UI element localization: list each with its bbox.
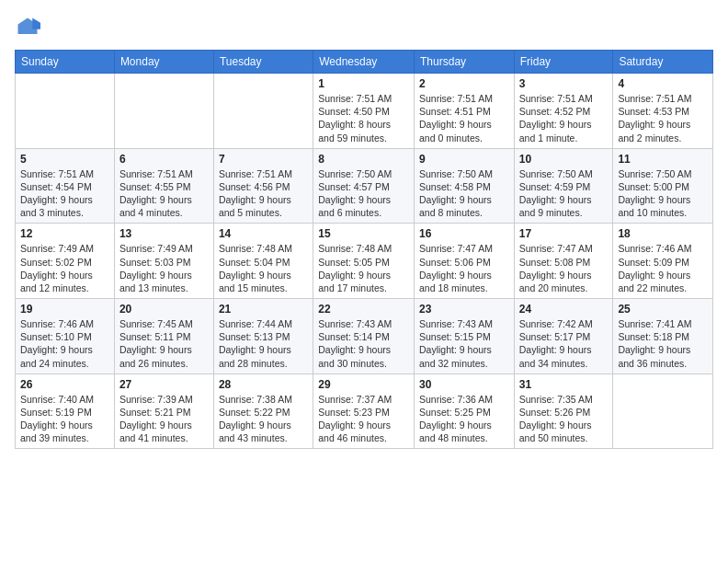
day-info: Sunrise: 7:37 AM Sunset: 5:23 PM Dayligh… <box>318 393 409 445</box>
day-info: Sunrise: 7:50 AM Sunset: 5:00 PM Dayligh… <box>618 167 708 220</box>
calendar-cell: 9Sunrise: 7:50 AM Sunset: 4:58 PM Daylig… <box>415 148 515 224</box>
day-number: 14 <box>219 227 308 240</box>
day-number: 29 <box>318 378 409 391</box>
day-of-week-header: Thursday <box>415 51 515 74</box>
day-number: 15 <box>318 227 409 240</box>
calendar-cell: 18Sunrise: 7:46 AM Sunset: 5:09 PM Dayli… <box>613 224 713 299</box>
calendar-cell <box>213 74 313 149</box>
svg-marker-1 <box>32 18 40 29</box>
day-info: Sunrise: 7:38 AM Sunset: 5:22 PM Dayligh… <box>219 393 308 445</box>
day-info: Sunrise: 7:44 AM Sunset: 5:13 PM Dayligh… <box>219 317 308 370</box>
day-info: Sunrise: 7:39 AM Sunset: 5:21 PM Dayligh… <box>119 393 209 445</box>
day-info: Sunrise: 7:51 AM Sunset: 4:51 PM Dayligh… <box>419 92 509 144</box>
day-info: Sunrise: 7:49 AM Sunset: 5:03 PM Dayligh… <box>119 242 209 294</box>
day-number: 8 <box>318 153 409 166</box>
calendar-cell: 1Sunrise: 7:51 AM Sunset: 4:50 PM Daylig… <box>313 74 415 149</box>
day-number: 16 <box>419 227 509 240</box>
day-info: Sunrise: 7:48 AM Sunset: 5:04 PM Dayligh… <box>219 242 308 294</box>
day-number: 30 <box>419 378 509 391</box>
calendar-cell: 31Sunrise: 7:35 AM Sunset: 5:26 PM Dayli… <box>514 373 613 449</box>
day-number: 6 <box>119 153 209 166</box>
calendar-cell: 13Sunrise: 7:49 AM Sunset: 5:03 PM Dayli… <box>114 224 213 299</box>
day-number: 13 <box>119 227 209 240</box>
day-of-week-header: Friday <box>514 51 613 74</box>
day-of-week-header: Tuesday <box>213 51 313 74</box>
calendar-cell: 11Sunrise: 7:50 AM Sunset: 5:00 PM Dayli… <box>613 148 713 224</box>
calendar-cell: 8Sunrise: 7:50 AM Sunset: 4:57 PM Daylig… <box>313 148 415 224</box>
day-number: 28 <box>219 378 308 391</box>
calendar-cell: 23Sunrise: 7:43 AM Sunset: 5:15 PM Dayli… <box>415 299 515 374</box>
calendar-cell: 14Sunrise: 7:48 AM Sunset: 5:04 PM Dayli… <box>213 224 313 299</box>
day-info: Sunrise: 7:50 AM Sunset: 4:58 PM Dayligh… <box>419 167 509 220</box>
day-of-week-header: Sunday <box>16 51 115 74</box>
calendar-cell: 28Sunrise: 7:38 AM Sunset: 5:22 PM Dayli… <box>213 373 313 449</box>
day-number: 2 <box>419 77 509 90</box>
calendar-cell: 7Sunrise: 7:51 AM Sunset: 4:56 PM Daylig… <box>213 148 313 224</box>
logo <box>15 15 44 40</box>
calendar-cell: 30Sunrise: 7:36 AM Sunset: 5:25 PM Dayli… <box>415 373 515 449</box>
calendar-cell: 4Sunrise: 7:51 AM Sunset: 4:53 PM Daylig… <box>613 74 713 149</box>
calendar-cell: 12Sunrise: 7:49 AM Sunset: 5:02 PM Dayli… <box>16 224 115 299</box>
day-number: 5 <box>20 153 109 166</box>
day-number: 31 <box>519 378 609 391</box>
day-info: Sunrise: 7:41 AM Sunset: 5:18 PM Dayligh… <box>618 317 708 370</box>
day-of-week-header: Wednesday <box>313 51 415 74</box>
calendar-cell <box>114 74 213 149</box>
day-number: 24 <box>519 303 609 316</box>
day-info: Sunrise: 7:48 AM Sunset: 5:05 PM Dayligh… <box>318 242 409 294</box>
day-number: 11 <box>618 153 708 166</box>
day-number: 26 <box>20 378 109 391</box>
day-info: Sunrise: 7:42 AM Sunset: 5:17 PM Dayligh… <box>519 317 609 370</box>
calendar-cell: 21Sunrise: 7:44 AM Sunset: 5:13 PM Dayli… <box>213 299 313 374</box>
calendar-cell: 3Sunrise: 7:51 AM Sunset: 4:52 PM Daylig… <box>514 74 613 149</box>
day-number: 19 <box>20 303 109 316</box>
day-number: 22 <box>318 303 409 316</box>
calendar-cell: 17Sunrise: 7:47 AM Sunset: 5:08 PM Dayli… <box>514 224 613 299</box>
day-info: Sunrise: 7:50 AM Sunset: 4:57 PM Dayligh… <box>318 167 409 220</box>
day-number: 27 <box>119 378 209 391</box>
day-info: Sunrise: 7:45 AM Sunset: 5:11 PM Dayligh… <box>119 317 209 370</box>
calendar-cell: 27Sunrise: 7:39 AM Sunset: 5:21 PM Dayli… <box>114 373 213 449</box>
day-number: 10 <box>519 153 609 166</box>
day-info: Sunrise: 7:51 AM Sunset: 4:50 PM Dayligh… <box>318 92 409 144</box>
calendar-cell: 6Sunrise: 7:51 AM Sunset: 4:55 PM Daylig… <box>114 148 213 224</box>
day-number: 7 <box>219 153 308 166</box>
day-of-week-header: Saturday <box>613 51 713 74</box>
day-info: Sunrise: 7:43 AM Sunset: 5:15 PM Dayligh… <box>419 317 509 370</box>
day-info: Sunrise: 7:47 AM Sunset: 5:08 PM Dayligh… <box>519 242 609 294</box>
day-number: 18 <box>618 227 708 240</box>
day-info: Sunrise: 7:50 AM Sunset: 4:59 PM Dayligh… <box>519 167 609 220</box>
calendar-cell: 24Sunrise: 7:42 AM Sunset: 5:17 PM Dayli… <box>514 299 613 374</box>
day-number: 20 <box>119 303 209 316</box>
day-info: Sunrise: 7:51 AM Sunset: 4:56 PM Dayligh… <box>219 167 308 220</box>
calendar-cell: 16Sunrise: 7:47 AM Sunset: 5:06 PM Dayli… <box>415 224 515 299</box>
day-number: 1 <box>318 77 409 90</box>
day-number: 12 <box>20 227 109 240</box>
calendar-cell: 19Sunrise: 7:46 AM Sunset: 5:10 PM Dayli… <box>16 299 115 374</box>
calendar-cell <box>613 373 713 449</box>
day-number: 25 <box>618 303 708 316</box>
day-info: Sunrise: 7:43 AM Sunset: 5:14 PM Dayligh… <box>318 317 409 370</box>
calendar-cell: 15Sunrise: 7:48 AM Sunset: 5:05 PM Dayli… <box>313 224 415 299</box>
day-of-week-header: Monday <box>114 51 213 74</box>
day-info: Sunrise: 7:40 AM Sunset: 5:19 PM Dayligh… <box>20 393 109 445</box>
day-info: Sunrise: 7:51 AM Sunset: 4:52 PM Dayligh… <box>519 92 609 144</box>
calendar-cell: 29Sunrise: 7:37 AM Sunset: 5:23 PM Dayli… <box>313 373 415 449</box>
day-number: 23 <box>419 303 509 316</box>
day-info: Sunrise: 7:47 AM Sunset: 5:06 PM Dayligh… <box>419 242 509 294</box>
calendar-cell: 26Sunrise: 7:40 AM Sunset: 5:19 PM Dayli… <box>16 373 115 449</box>
calendar-cell: 20Sunrise: 7:45 AM Sunset: 5:11 PM Dayli… <box>114 299 213 374</box>
calendar-cell <box>16 74 115 149</box>
logo-icon <box>15 15 40 40</box>
calendar-cell: 25Sunrise: 7:41 AM Sunset: 5:18 PM Dayli… <box>613 299 713 374</box>
calendar-table: SundayMondayTuesdayWednesdayThursdayFrid… <box>15 50 713 449</box>
calendar-cell: 2Sunrise: 7:51 AM Sunset: 4:51 PM Daylig… <box>415 74 515 149</box>
day-number: 17 <box>519 227 609 240</box>
page-header <box>15 15 713 40</box>
calendar-cell: 10Sunrise: 7:50 AM Sunset: 4:59 PM Dayli… <box>514 148 613 224</box>
day-number: 21 <box>219 303 308 316</box>
day-info: Sunrise: 7:36 AM Sunset: 5:25 PM Dayligh… <box>419 393 509 445</box>
calendar-cell: 22Sunrise: 7:43 AM Sunset: 5:14 PM Dayli… <box>313 299 415 374</box>
day-info: Sunrise: 7:51 AM Sunset: 4:54 PM Dayligh… <box>20 167 109 220</box>
calendar-cell: 5Sunrise: 7:51 AM Sunset: 4:54 PM Daylig… <box>16 148 115 224</box>
